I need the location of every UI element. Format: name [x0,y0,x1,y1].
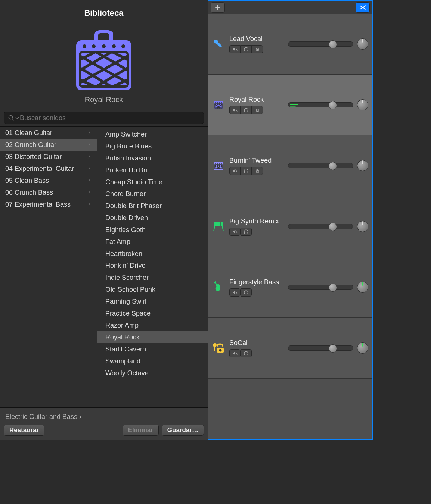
volume-slider[interactable] [288,163,353,168]
record-enable-button[interactable] [252,167,263,175]
mute-button[interactable] [229,45,241,53]
pan-knob[interactable] [357,342,368,354]
track-row[interactable]: Burnin' Tweed [208,135,372,196]
preset-item[interactable]: Royal Rock [97,331,208,343]
slider-thumb[interactable] [329,101,337,109]
track-type-icon [211,36,226,52]
search-input[interactable] [20,114,200,122]
svg-point-16 [121,44,125,48]
preset-item[interactable]: British Invasion [97,152,208,164]
preset-item[interactable]: Heartbroken [97,248,208,260]
pan-knob[interactable] [357,38,368,50]
delete-button[interactable]: Eliminar [123,425,159,436]
preset-item[interactable]: Double Driven [97,212,208,224]
preset-item[interactable]: Indie Scorcher [97,272,208,284]
mute-icon [232,290,238,295]
track-row[interactable]: Big Synth Remix [208,196,372,257]
category-item[interactable]: 03 Distorted Guitar〉 [0,151,97,163]
slider-thumb[interactable] [329,344,337,353]
record-enable-button[interactable] [252,106,263,114]
solo-button[interactable] [241,228,252,236]
solo-button[interactable] [241,106,252,114]
volume-slider[interactable] [288,224,353,229]
preset-item[interactable]: Big Brute Blues [97,140,208,152]
chevron-down-icon[interactable] [15,116,19,120]
svg-line-18 [12,119,14,121]
preset-item[interactable]: Amp Switcher [97,128,208,140]
track-name: SoCal [229,339,285,347]
preset-item[interactable]: Panning Swirl [97,295,208,307]
track-row[interactable]: Fingerstyle Bass [208,257,372,318]
pan-knob[interactable] [357,282,368,293]
track-row[interactable]: SoCal [208,318,372,379]
category-item[interactable]: 02 Crunch Guitar〉 [0,139,97,151]
slider-thumb[interactable] [329,162,337,170]
svg-point-55 [221,163,222,164]
solo-button[interactable] [241,288,252,297]
solo-button[interactable] [241,349,252,357]
preset-item[interactable]: Eighties Goth [97,224,208,236]
record-icon [255,47,260,51]
slider-thumb[interactable] [329,284,337,292]
pan-knob[interactable] [357,221,368,232]
svg-line-22 [236,48,237,51]
volume-slider[interactable] [288,41,353,47]
mute-icon [232,351,238,356]
slider-thumb[interactable] [329,223,337,231]
preset-item[interactable]: Honk n' Drive [97,260,208,272]
record-enable-button[interactable] [252,45,263,53]
category-item[interactable]: 01 Clean Guitar〉 [0,127,97,139]
category-item[interactable]: 05 Clean Bass〉 [0,175,97,187]
solo-button[interactable] [241,167,252,175]
svg-point-19 [362,7,363,8]
solo-button[interactable] [241,45,252,53]
mute-button[interactable] [229,349,241,357]
track-type-icon [211,219,226,234]
volume-slider[interactable] [288,285,353,290]
preset-item[interactable]: Swampland [97,355,208,367]
category-item[interactable]: 04 Experimental Guitar〉 [0,163,97,175]
mute-icon [232,169,238,173]
preset-item[interactable]: Razor Amp [97,319,208,331]
preset-item[interactable]: Practice Space [97,307,208,319]
preset-item[interactable]: Chord Burner [97,188,208,200]
add-track-button[interactable] [211,2,225,13]
library-footer: Electric Guitar and Bass › Restaurar Eli… [0,408,208,440]
svg-point-26 [257,48,258,49]
preset-item[interactable]: Starlit Cavern [97,343,208,355]
track-row[interactable]: Royal Rock [208,75,372,135]
preset-item[interactable]: Woolly Octave [97,367,208,379]
preset-item[interactable]: Broken Up Brit [97,164,208,176]
preset-item[interactable]: Cheap Studio Time [97,176,208,188]
search-bar[interactable] [4,112,204,124]
headphones-icon [244,229,249,234]
slider-thumb[interactable] [329,40,337,48]
svg-point-52 [215,163,216,164]
svg-line-73 [236,291,237,294]
mute-button[interactable] [229,167,241,175]
preset-item[interactable]: Fat Amp [97,236,208,248]
track-view-toggle[interactable] [356,2,370,13]
preset-item[interactable]: Double Brit Phaser [97,200,208,212]
mute-button[interactable] [229,106,241,114]
svg-point-14 [102,44,106,48]
mute-button[interactable] [229,228,241,236]
category-item[interactable]: 06 Crunch Bass〉 [0,187,97,198]
track-row[interactable]: Lead Vocal [208,14,372,75]
restore-button[interactable]: Restaurar [4,425,44,436]
pan-knob[interactable] [357,160,368,171]
volume-slider[interactable] [288,345,353,351]
pan-knob[interactable] [357,99,368,110]
category-label: 04 Experimental Guitar [5,165,74,173]
mute-icon [232,47,238,51]
category-item[interactable]: 07 Experimental Bass〉 [0,198,97,210]
track-type-icon [211,279,226,295]
mute-button[interactable] [229,288,241,297]
breadcrumb[interactable]: Electric Guitar and Bass › [4,411,204,425]
category-label: 06 Crunch Bass [5,189,53,197]
save-button[interactable]: Guardar… [162,425,204,436]
chevron-right-icon: 〉 [88,141,93,148]
volume-slider[interactable] [288,102,353,107]
search-icon [8,115,15,121]
preset-item[interactable]: Old School Punk [97,284,208,295]
